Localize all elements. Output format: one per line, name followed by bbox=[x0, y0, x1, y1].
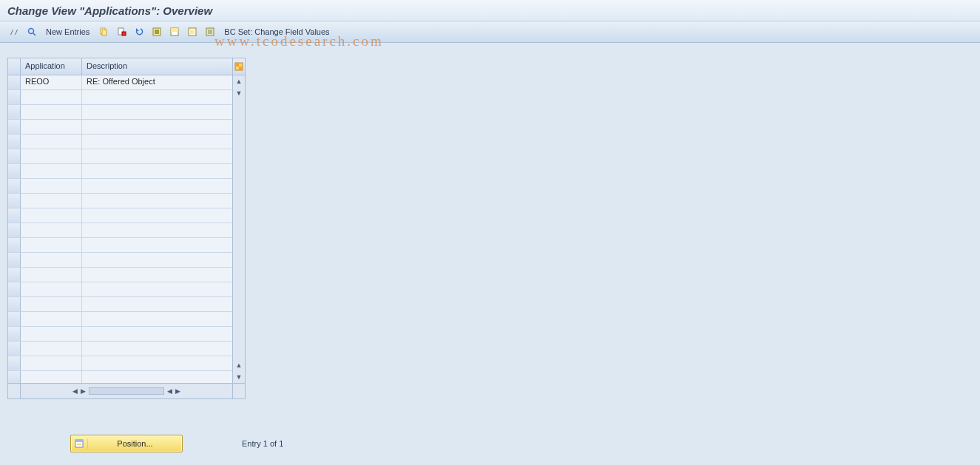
row-selector[interactable] bbox=[8, 327, 21, 341]
cell-description[interactable] bbox=[82, 164, 233, 178]
scroll-right-end-icon[interactable]: ▶ bbox=[175, 387, 180, 395]
table-row[interactable] bbox=[8, 371, 233, 383]
table-row[interactable] bbox=[8, 90, 233, 105]
scroll-right-icon[interactable]: ◀ bbox=[167, 387, 172, 395]
row-selector[interactable] bbox=[8, 312, 21, 326]
cell-application[interactable] bbox=[21, 164, 82, 178]
deselect-all-icon[interactable] bbox=[186, 25, 199, 38]
cell-application[interactable] bbox=[21, 120, 82, 134]
row-selector[interactable] bbox=[8, 75, 21, 89]
cell-application[interactable] bbox=[21, 327, 82, 341]
row-selector[interactable] bbox=[8, 268, 21, 282]
table-row[interactable] bbox=[8, 297, 233, 312]
table-row[interactable] bbox=[8, 105, 233, 120]
select-all-icon[interactable] bbox=[150, 25, 163, 38]
row-selector[interactable] bbox=[8, 282, 21, 296]
column-header-description[interactable]: Description bbox=[82, 58, 233, 75]
copy-as-icon[interactable] bbox=[97, 25, 110, 38]
table-row[interactable] bbox=[8, 120, 233, 135]
table-row[interactable] bbox=[8, 194, 233, 208]
cell-description[interactable] bbox=[82, 105, 233, 119]
table-row[interactable] bbox=[8, 342, 233, 356]
table-row[interactable] bbox=[8, 238, 233, 253]
row-selector[interactable] bbox=[8, 223, 21, 237]
cell-application[interactable] bbox=[21, 238, 82, 252]
row-selector[interactable] bbox=[8, 120, 21, 134]
cell-application[interactable] bbox=[21, 282, 82, 296]
table-row[interactable] bbox=[8, 149, 233, 164]
row-selector[interactable] bbox=[8, 179, 21, 193]
column-header-application[interactable]: Application bbox=[21, 58, 82, 75]
bcset-change-field-values-button[interactable]: BC Set: Change Field Values bbox=[221, 27, 332, 36]
cell-application[interactable] bbox=[21, 149, 82, 163]
cell-description[interactable] bbox=[82, 194, 233, 208]
row-selector[interactable] bbox=[8, 135, 21, 149]
cell-description[interactable] bbox=[82, 223, 233, 237]
h-scroll-track[interactable] bbox=[89, 387, 164, 395]
cell-description[interactable]: RE: Offered Object bbox=[82, 75, 233, 89]
vertical-scrollbar[interactable]: ▲ ▼ ▲ ▼ bbox=[232, 75, 245, 383]
find-icon[interactable] bbox=[25, 25, 38, 38]
table-row[interactable] bbox=[8, 356, 233, 371]
cell-application[interactable] bbox=[21, 223, 82, 237]
table-row[interactable] bbox=[8, 179, 233, 194]
cell-description[interactable] bbox=[82, 120, 233, 134]
scroll-up-icon[interactable]: ▲ bbox=[234, 76, 244, 86]
row-selector[interactable] bbox=[8, 297, 21, 311]
row-selector[interactable] bbox=[8, 194, 21, 208]
cell-application[interactable] bbox=[21, 342, 82, 356]
table-row[interactable] bbox=[8, 135, 233, 149]
configuration-help-icon[interactable] bbox=[203, 25, 217, 38]
cell-application[interactable] bbox=[21, 194, 82, 208]
row-selector[interactable] bbox=[8, 208, 21, 223]
cell-description[interactable] bbox=[82, 135, 233, 149]
cell-description[interactable] bbox=[82, 149, 233, 163]
new-entries-button[interactable]: New Entries bbox=[43, 27, 92, 36]
position-button[interactable]: Position... bbox=[70, 435, 183, 452]
undo-change-icon[interactable] bbox=[132, 25, 146, 38]
delete-icon[interactable] bbox=[115, 25, 128, 38]
table-row[interactable] bbox=[8, 253, 233, 268]
cell-description[interactable] bbox=[82, 356, 233, 370]
cell-description[interactable] bbox=[82, 282, 233, 296]
table-row[interactable] bbox=[8, 164, 233, 179]
cell-description[interactable] bbox=[82, 179, 233, 193]
cell-description[interactable] bbox=[82, 90, 233, 104]
table-row[interactable] bbox=[8, 268, 233, 282]
cell-application[interactable] bbox=[21, 135, 82, 149]
row-selector[interactable] bbox=[8, 356, 21, 370]
table-row[interactable] bbox=[8, 327, 233, 342]
cell-description[interactable] bbox=[82, 342, 233, 356]
horizontal-scrollbar[interactable]: ◀ ▶ ◀ ▶ bbox=[8, 383, 245, 398]
select-block-icon[interactable] bbox=[168, 25, 181, 38]
scroll-line-down-icon[interactable]: ▲ bbox=[234, 360, 244, 370]
table-row[interactable]: REOORE: Offered Object bbox=[8, 75, 233, 90]
row-selector[interactable] bbox=[8, 164, 21, 178]
cell-description[interactable] bbox=[82, 297, 233, 311]
cell-application[interactable] bbox=[21, 268, 82, 282]
cell-application[interactable]: REOO bbox=[21, 75, 82, 89]
cell-description[interactable] bbox=[82, 208, 233, 223]
row-selector[interactable] bbox=[8, 238, 21, 252]
cell-application[interactable] bbox=[21, 105, 82, 119]
cell-application[interactable] bbox=[21, 356, 82, 370]
row-selector[interactable] bbox=[8, 342, 21, 356]
table-row[interactable] bbox=[8, 208, 233, 223]
cell-application[interactable] bbox=[21, 90, 82, 104]
scroll-left-end-icon[interactable]: ◀ bbox=[72, 387, 78, 395]
row-selector[interactable] bbox=[8, 149, 21, 163]
scroll-line-up-icon[interactable]: ▼ bbox=[234, 88, 244, 98]
cell-application[interactable] bbox=[21, 208, 82, 223]
row-selector[interactable] bbox=[8, 371, 21, 383]
cell-description[interactable] bbox=[82, 312, 233, 326]
select-all-column[interactable] bbox=[8, 58, 21, 75]
row-selector[interactable] bbox=[8, 105, 21, 119]
row-selector[interactable] bbox=[8, 90, 21, 104]
cell-description[interactable] bbox=[82, 371, 233, 383]
cell-description[interactable] bbox=[82, 238, 233, 252]
cell-application[interactable] bbox=[21, 371, 82, 383]
row-selector[interactable] bbox=[8, 253, 21, 267]
other-view-icon[interactable] bbox=[7, 25, 21, 38]
cell-application[interactable] bbox=[21, 312, 82, 326]
cell-description[interactable] bbox=[82, 327, 233, 341]
